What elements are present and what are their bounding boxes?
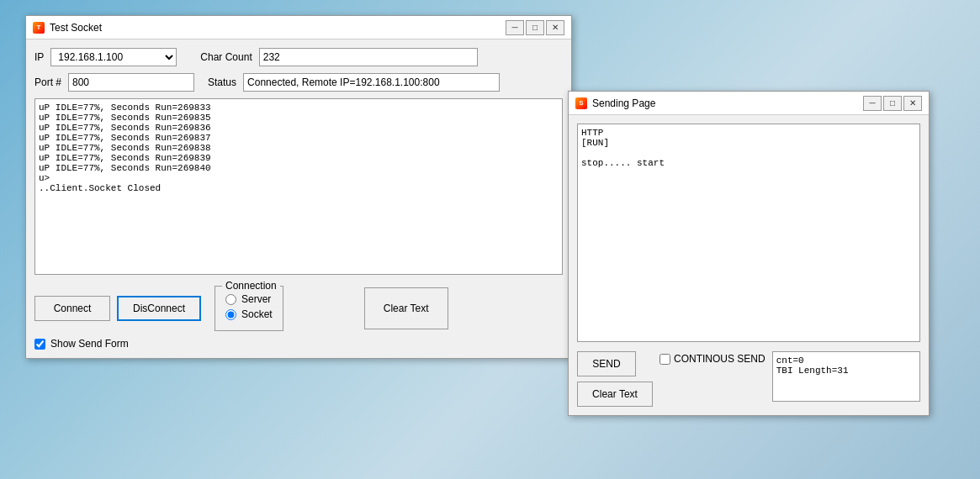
log-textarea[interactable]: [34, 98, 563, 275]
continous-send-row: CONTINOUS SEND: [660, 353, 765, 365]
socket-radio-row: Socket: [225, 308, 273, 320]
ip-char-row: IP 192.168.1.100 Char Count: [34, 48, 563, 66]
main-title-bar: T Test Socket ─ □ ✕: [26, 16, 571, 39]
port-label: Port #: [34, 76, 61, 88]
connect-button[interactable]: Connect: [34, 296, 110, 321]
sending-clear-text-button[interactable]: Clear Text: [577, 382, 653, 407]
server-radio[interactable]: [225, 294, 236, 305]
main-window-body: IP 192.168.1.100 Char Count Port # Statu…: [26, 39, 571, 358]
bottom-controls-row: Connect DisConnect Connection Server Soc…: [34, 286, 563, 331]
sending-window: S Sending Page ─ □ ✕ SEND Clear Text CON…: [568, 91, 930, 416]
send-bottom-row: SEND Clear Text CONTINOUS SEND cnt=0 TBI…: [577, 351, 920, 407]
send-textarea[interactable]: [577, 124, 920, 342]
connection-group: Connection Server Socket: [215, 286, 283, 331]
show-send-form-checkbox[interactable]: [34, 339, 45, 350]
main-minimize-button[interactable]: ─: [506, 20, 524, 35]
sending-maximize-button[interactable]: □: [883, 96, 902, 111]
send-info-box: cnt=0 TBI Length=31: [772, 351, 920, 402]
socket-label: Socket: [241, 308, 273, 320]
server-label: Server: [241, 293, 271, 305]
disconnect-button[interactable]: DisConnect: [117, 296, 201, 321]
sending-close-button[interactable]: ✕: [903, 96, 922, 111]
sending-minimize-button[interactable]: ─: [863, 96, 882, 111]
port-input[interactable]: [68, 73, 194, 92]
main-window: T Test Socket ─ □ ✕ IP 192.168.1.100 Cha…: [25, 15, 572, 359]
main-close-button[interactable]: ✕: [546, 20, 564, 35]
continous-send-checkbox[interactable]: [660, 354, 670, 365]
char-count-label: Char Count: [200, 51, 252, 63]
sending-window-title: Sending Page: [592, 97, 863, 109]
main-window-controls: ─ □ ✕: [506, 20, 564, 35]
show-send-form-label: Show Send Form: [50, 338, 129, 350]
ip-label: IP: [34, 51, 44, 63]
send-controls: SEND Clear Text: [577, 351, 653, 407]
show-send-form-row: Show Send Form: [34, 338, 563, 350]
socket-radio[interactable]: [225, 309, 236, 320]
status-label: Status: [208, 76, 236, 88]
char-count-input[interactable]: [259, 48, 478, 66]
sending-window-body: SEND Clear Text CONTINOUS SEND cnt=0 TBI…: [569, 115, 929, 415]
sending-window-icon: S: [575, 97, 587, 109]
sending-window-controls: ─ □ ✕: [863, 96, 922, 111]
sending-title-bar: S Sending Page ─ □ ✕: [569, 92, 929, 115]
main-maximize-button[interactable]: □: [526, 20, 544, 35]
status-input[interactable]: [243, 73, 500, 92]
port-status-row: Port # Status: [34, 73, 563, 92]
connection-legend: Connection: [222, 280, 280, 292]
continous-send-container: CONTINOUS SEND: [660, 351, 765, 365]
clear-text-button[interactable]: Clear Text: [364, 287, 448, 329]
server-radio-row: Server: [225, 293, 273, 305]
send-button[interactable]: SEND: [577, 351, 636, 376]
ip-select[interactable]: 192.168.1.100: [50, 48, 177, 66]
main-window-title: Test Socket: [50, 22, 506, 34]
continous-send-label: CONTINOUS SEND: [674, 353, 765, 365]
send-info-text: cnt=0 TBI Length=31: [776, 355, 849, 376]
main-window-icon: T: [33, 22, 45, 34]
